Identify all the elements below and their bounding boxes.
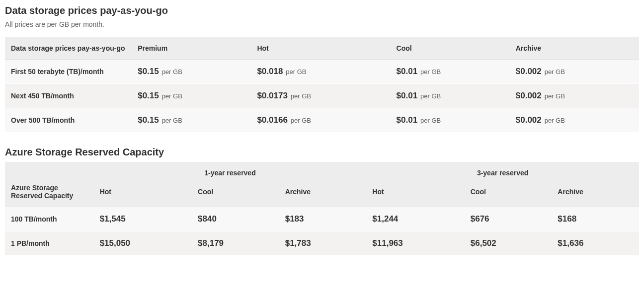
- price-cell: $0.002 per GB: [510, 60, 639, 84]
- price-cell: $183: [279, 207, 367, 231]
- row-label: First 50 terabyte (TB)/month: [5, 60, 132, 84]
- section-title: Azure Storage Reserved Capacity: [5, 147, 639, 158]
- table-header: Azure Storage Reserved Capacity: [5, 181, 94, 207]
- section-title: Data storage prices pay-as-you-go: [5, 5, 639, 16]
- price-cell: $0.0173 per GB: [251, 84, 390, 108]
- price-cell: $0.15 per GB: [132, 84, 251, 108]
- table-header: Cool: [391, 37, 510, 60]
- row-label: 100 TB/month: [5, 207, 94, 231]
- price-cell: $1,636: [552, 231, 639, 256]
- table-header-group: 3-year reserved: [366, 162, 639, 181]
- price-cell: $8,179: [192, 231, 279, 256]
- price-cell: $0.002 per GB: [510, 108, 639, 133]
- table-header: Hot: [366, 181, 464, 207]
- price-cell: $168: [552, 207, 639, 231]
- price-cell: $11,963: [366, 231, 464, 256]
- price-cell: $0.018 per GB: [251, 60, 390, 84]
- table-header: Archive: [510, 37, 639, 60]
- table-header: Hot: [94, 181, 192, 207]
- table-row: 100 TB/month $1,545 $840 $183 $1,244 $67…: [5, 207, 639, 231]
- price-cell: $15,050: [94, 231, 192, 256]
- table-header: Premium: [132, 37, 251, 60]
- table-header: Hot: [251, 37, 390, 60]
- table-header: Data storage prices pay-as-you-go: [5, 37, 132, 60]
- price-cell: $676: [465, 207, 552, 231]
- price-cell: $1,244: [366, 207, 464, 231]
- payg-table: Data storage prices pay-as-you-go Premiu…: [5, 37, 639, 133]
- table-row: 1 PB/month $15,050 $8,179 $1,783 $11,963…: [5, 231, 639, 256]
- table-row: Next 450 TB/month $0.15 per GB $0.0173 p…: [5, 84, 639, 108]
- row-label: Over 500 TB/month: [5, 108, 132, 133]
- table-header: Archive: [552, 181, 639, 207]
- row-label: 1 PB/month: [5, 231, 94, 256]
- reserved-table: 1-year reserved 3-year reserved Azure St…: [5, 162, 639, 256]
- price-cell: $0.15 per GB: [132, 108, 251, 133]
- price-cell: $840: [192, 207, 279, 231]
- table-row: Over 500 TB/month $0.15 per GB $0.0166 p…: [5, 108, 639, 133]
- price-cell: $0.01 per GB: [391, 84, 510, 108]
- price-cell: $0.01 per GB: [391, 108, 510, 133]
- table-header-group: 1-year reserved: [94, 162, 367, 181]
- row-label: Next 450 TB/month: [5, 84, 132, 108]
- table-header-blank: [5, 162, 94, 181]
- price-cell: $0.15 per GB: [132, 60, 251, 84]
- table-header: Cool: [192, 181, 279, 207]
- table-header: Cool: [465, 181, 552, 207]
- table-header: Archive: [279, 181, 367, 207]
- price-cell: $6,502: [465, 231, 552, 256]
- section-subtitle: All prices are per GB per month.: [5, 20, 639, 28]
- price-cell: $0.002 per GB: [510, 84, 639, 108]
- price-cell: $0.0166 per GB: [251, 108, 390, 133]
- price-cell: $1,783: [279, 231, 367, 256]
- price-cell: $0.01 per GB: [391, 60, 510, 84]
- price-cell: $1,545: [94, 207, 192, 231]
- table-row: First 50 terabyte (TB)/month $0.15 per G…: [5, 60, 639, 84]
